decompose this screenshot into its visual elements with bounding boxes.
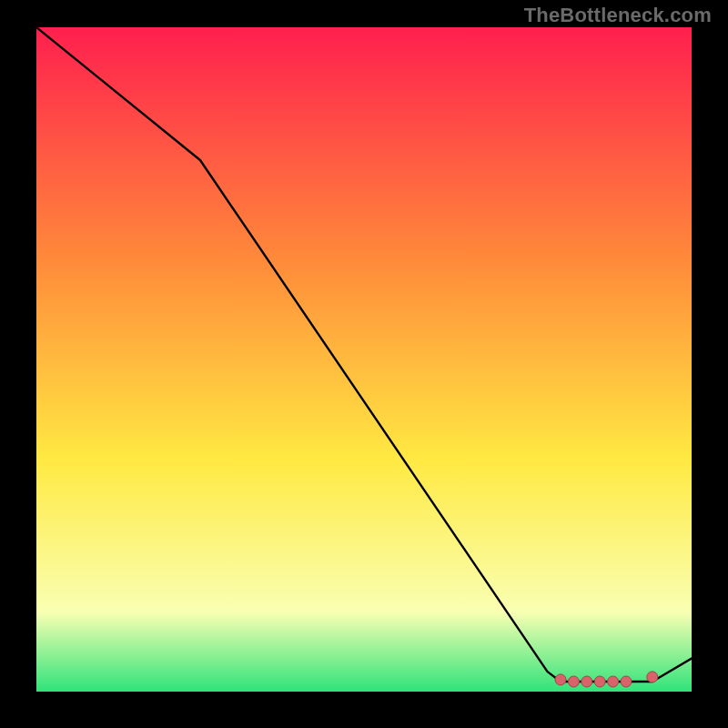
marker-upturn-point	[647, 672, 658, 682]
marker-flat-start	[555, 674, 566, 685]
chart-frame: TheBottleneck.com	[0, 0, 728, 728]
marker-flat-c	[594, 676, 605, 687]
gradient-background	[36, 27, 692, 692]
marker-flat-d	[608, 676, 619, 687]
watermark-text: TheBottleneck.com	[524, 4, 712, 27]
marker-flat-e	[621, 676, 632, 687]
marker-flat-b	[581, 676, 592, 687]
plot-area	[36, 27, 692, 692]
chart-svg	[36, 27, 692, 692]
marker-flat-a	[568, 676, 579, 687]
